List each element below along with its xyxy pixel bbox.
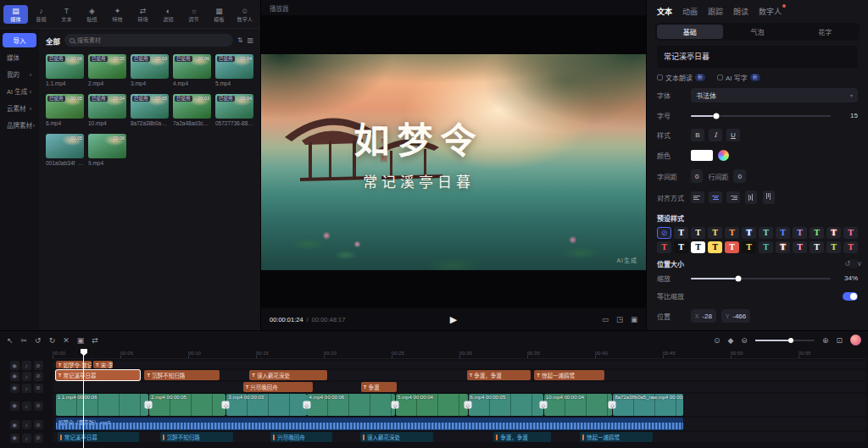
subtab-花字[interactable]: 花字 <box>792 25 858 39</box>
lyric-clip[interactable]: 惊起一滩鸥鹭 <box>580 432 653 442</box>
tab-文本[interactable]: 文本 <box>657 6 672 17</box>
toolbar-item-media[interactable]: ▤媒体 <box>3 5 28 24</box>
media-item[interactable]: 已使用00:058a72a38b0a5_raw.mp4 <box>131 94 169 126</box>
align-vertical-top-button[interactable] <box>763 191 775 204</box>
preset-style-tile-13[interactable]: T <box>674 241 688 253</box>
subtab-基础[interactable]: 基础 <box>657 25 723 39</box>
lyric-clip[interactable]: 争渡，争渡 <box>493 432 550 442</box>
mirror-icon[interactable]: ⇄ <box>92 336 98 345</box>
sidebar-item-4[interactable]: 云素材∨ <box>3 101 36 115</box>
timeline-ruler[interactable]: 00:0000:0500:1000:1500:2000:2500:3000:35… <box>53 349 866 359</box>
sort-icon[interactable]: ⇅ <box>237 36 243 44</box>
sidebar-item-0[interactable]: 导入 <box>3 33 36 47</box>
text-clip[interactable]: T沉醉不知归路 <box>144 370 219 380</box>
align-right-button[interactable] <box>726 191 740 203</box>
mute-track-icon[interactable]: ♪ <box>22 361 31 370</box>
transition-icon[interactable]: ◇ <box>145 401 153 409</box>
media-item[interactable]: 已使用00:0405727736-88_raw.mp4 <box>215 94 253 126</box>
preset-style-tile-6[interactable]: T <box>759 227 773 239</box>
media-item[interactable]: 00:05001a0ab34f_raw.mp4 <box>46 134 84 166</box>
mirror-preview-icon[interactable]: ◳ <box>616 315 623 324</box>
sidebar-item-2[interactable]: 我的∨ <box>3 67 36 81</box>
video-clip[interactable]: 3.mp4 00:00:03 <box>226 394 306 416</box>
preset-none-tile[interactable]: ⊘ <box>657 227 671 239</box>
video-clip[interactable]: 10.mp4 00:00:04 <box>544 394 613 416</box>
lock-track-icon[interactable]: ⊘ <box>34 434 43 443</box>
play-button[interactable]: ▶ <box>450 314 457 325</box>
overlay-title-text[interactable]: 如梦令 <box>354 112 484 163</box>
overlay-subtitle-text[interactable]: 常记溪亭日暮 <box>363 170 475 191</box>
preset-style-tile-17[interactable]: T <box>742 241 756 253</box>
search-input[interactable] <box>77 37 228 43</box>
playhead[interactable] <box>83 349 84 448</box>
toolbar-item-transition[interactable]: ⇄转场 <box>131 5 155 24</box>
delete-icon[interactable]: ✕ <box>63 336 70 345</box>
lyric-clip[interactable]: 兴尽晚回舟 <box>270 432 332 442</box>
reset-transform-icon[interactable]: ↺ <box>844 260 850 268</box>
audio-clip[interactable]: 如梦令（童声版）.mp3 <box>56 418 683 430</box>
media-item[interactable]: 已使用00:052.mp4 <box>88 54 126 86</box>
text-clip[interactable]: T常记溪亭日暮 <box>56 370 140 380</box>
preset-style-tile-8[interactable]: T <box>793 227 807 239</box>
preset-style-tile-3[interactable]: T <box>708 227 722 239</box>
preset-style-tile-4[interactable]: T <box>725 227 739 239</box>
toolbar-item-template[interactable]: ▦模板 <box>207 5 231 24</box>
record-voiceover-icon[interactable]: ⊙ <box>714 336 721 345</box>
fullscreen-icon[interactable]: ▣ <box>631 315 637 324</box>
text-clip[interactable]: T如梦令·常记溪亭日暮 <box>56 361 92 368</box>
preset-style-tile-9[interactable]: T <box>810 227 824 239</box>
checkbox-icon[interactable] <box>657 75 663 80</box>
preset-style-tile-12[interactable]: T <box>657 241 671 253</box>
lock-track-icon[interactable]: ⊘ <box>34 401 43 411</box>
sidebar-item-1[interactable]: 媒体 <box>3 50 36 64</box>
scale-slider[interactable] <box>691 278 831 279</box>
style-u-button[interactable]: U <box>726 129 740 141</box>
text-clip[interactable]: T兴尽晚回舟 <box>243 382 314 392</box>
feature-toggle[interactable]: AI 写字新 <box>717 73 760 82</box>
lock-track-icon[interactable]: ⊘ <box>34 384 43 393</box>
fit-timeline-icon[interactable]: ⊡ <box>836 336 843 345</box>
preset-style-tile-14[interactable]: T <box>691 241 705 253</box>
align-center-button[interactable] <box>709 191 722 203</box>
style-b-button[interactable]: B <box>691 129 704 141</box>
checkbox-icon[interactable] <box>717 75 723 80</box>
text-content-input[interactable]: 常记溪亭日暮 <box>657 46 858 68</box>
lock-track-icon[interactable]: ⊘ <box>34 372 43 381</box>
preset-style-tile-20[interactable]: T <box>793 241 807 253</box>
transition-icon[interactable]: ◇ <box>464 401 471 409</box>
user-avatar[interactable] <box>850 335 861 346</box>
subtab-气泡[interactable]: 气泡 <box>725 25 791 39</box>
font-size-slider[interactable] <box>691 115 831 117</box>
media-item[interactable]: 已使用00:064.mp4 <box>173 54 211 86</box>
toggle-track-visibility-icon[interactable]: ◉ <box>10 384 19 393</box>
mute-track-icon[interactable]: ♪ <box>22 434 31 443</box>
transition-icon[interactable]: ◇ <box>222 401 230 409</box>
align-vertical-button[interactable] <box>745 191 757 204</box>
align-left-button[interactable] <box>691 191 704 203</box>
split-tool-icon[interactable]: ✂ <box>21 336 28 345</box>
media-item[interactable]: 已使用00:056.mp4 <box>46 94 84 126</box>
preset-style-tile-16[interactable]: T <box>725 241 739 253</box>
letter-spacing-stepper[interactable]: 0 <box>691 169 703 183</box>
toggle-track-visibility-icon[interactable]: ◉ <box>10 434 19 443</box>
position-y-stepper[interactable]: Y -466 <box>721 309 750 323</box>
tab-跟踪[interactable]: 跟踪 <box>708 6 723 17</box>
sidebar-item-3[interactable]: AI 生成∨ <box>3 84 36 98</box>
toolbar-item-effects[interactable]: ✦特效 <box>105 5 130 24</box>
text-clip[interactable]: T争渡，争渡 <box>467 370 531 380</box>
preset-style-tile-19[interactable]: T <box>776 241 790 253</box>
line-spacing-stepper[interactable]: 0 <box>733 169 745 183</box>
mute-track-icon[interactable]: ♪ <box>22 420 31 429</box>
tab-动画[interactable]: 动画 <box>682 6 698 17</box>
mute-track-icon[interactable]: ♪ <box>22 372 31 381</box>
media-item[interactable]: 00:069.mp4 <box>88 134 126 166</box>
toggle-track-visibility-icon[interactable]: ◉ <box>10 401 19 411</box>
text-clip[interactable]: T误入藕花深处 <box>249 370 326 380</box>
transition-icon[interactable]: ◇ <box>392 401 399 409</box>
preset-style-tile-7[interactable]: T <box>776 227 790 239</box>
text-clip[interactable]: T争渡 <box>361 382 397 392</box>
tab-数字人[interactable]: 数字人 <box>759 6 782 17</box>
preset-style-tile-23[interactable]: T <box>843 241 858 253</box>
preset-style-tile-10[interactable]: T <box>826 227 841 239</box>
transition-icon[interactable]: ◇ <box>609 401 616 409</box>
